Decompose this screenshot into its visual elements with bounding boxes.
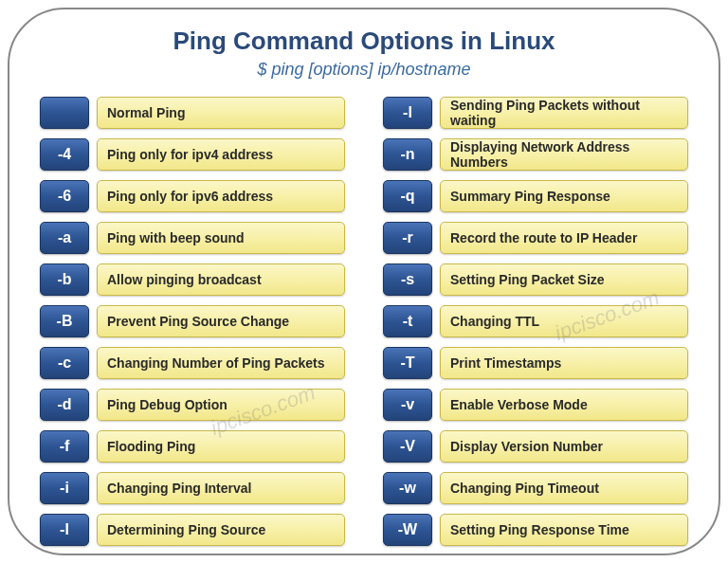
option-flag: -v: [383, 389, 432, 421]
option-row: -TPrint Timestamps: [383, 347, 688, 379]
option-row: -cChanging Number of Ping Packets: [40, 347, 345, 379]
option-row: -4Ping only for ipv4 address: [40, 138, 345, 171]
option-flag: -q: [383, 180, 432, 212]
option-desc: Setting Ping Response Time: [440, 514, 688, 546]
page-subtitle: $ ping [options] ip/hostname: [36, 60, 692, 80]
option-flag: -n: [383, 138, 432, 171]
option-row: -fFlooding Ping: [40, 430, 345, 463]
option-flag: -V: [383, 430, 432, 463]
option-desc: Flooding Ping: [97, 430, 345, 463]
option-row: -VDisplay Version Number: [383, 430, 688, 463]
option-desc: Normal Ping: [97, 97, 345, 129]
option-flag: -I: [40, 514, 89, 546]
option-row: -nDisplaying Network Address Numbers: [383, 138, 688, 171]
option-flag: -W: [383, 514, 432, 546]
option-desc: Displaying Network Address Numbers: [440, 138, 688, 171]
option-flag: -t: [383, 305, 432, 337]
option-flag: -f: [40, 430, 89, 463]
right-column: -lSending Ping Packets without waiting -…: [383, 97, 688, 546]
option-row: -6Ping only for ipv6 address: [40, 180, 345, 212]
option-row: -BPrevent Ping Source Change: [40, 305, 345, 337]
option-flag: -l: [383, 97, 432, 129]
option-desc: Setting Ping Packet Size: [440, 263, 688, 296]
option-row: -lSending Ping Packets without waiting: [383, 97, 688, 129]
reference-card: Ping Command Options in Linux $ ping [op…: [8, 8, 720, 555]
option-desc: Display Version Number: [440, 430, 688, 463]
option-desc: Determining Ping Source: [97, 514, 345, 546]
option-row: -WSetting Ping Response Time: [383, 514, 688, 546]
option-row: -bAllow pinging broadcast: [40, 263, 345, 296]
option-flag: -B: [40, 305, 89, 337]
option-flag: -s: [383, 263, 432, 296]
option-flag: [40, 97, 89, 129]
option-row: Normal Ping: [40, 97, 345, 129]
option-flag: -T: [383, 347, 432, 379]
option-desc: Ping with beep sound: [97, 222, 345, 254]
option-desc: Enable Verbose Mode: [440, 389, 688, 421]
option-desc: Prevent Ping Source Change: [97, 305, 345, 337]
option-row: -sSetting Ping Packet Size: [383, 263, 688, 296]
option-flag: -d: [40, 389, 89, 421]
option-row: -vEnable Verbose Mode: [383, 389, 688, 421]
option-flag: -6: [40, 180, 89, 212]
option-flag: -r: [383, 222, 432, 254]
option-flag: -c: [40, 347, 89, 379]
option-row: -iChanging Ping Interval: [40, 472, 345, 504]
option-row: -rRecord the route to IP Header: [383, 222, 688, 254]
option-flag: -i: [40, 472, 89, 504]
option-row: -IDetermining Ping Source: [40, 514, 345, 546]
option-desc: Changing TTL: [440, 305, 688, 337]
option-desc: Ping only for ipv4 address: [97, 138, 345, 171]
option-desc: Changing Ping Timeout: [440, 472, 688, 504]
option-flag: -4: [40, 138, 89, 171]
option-desc: Sending Ping Packets without waiting: [440, 97, 688, 129]
option-row: -tChanging TTL: [383, 305, 688, 337]
option-row: -wChanging Ping Timeout: [383, 472, 688, 504]
option-desc: Ping only for ipv6 address: [97, 180, 345, 212]
option-desc: Print Timestamps: [440, 347, 688, 379]
option-row: -aPing with beep sound: [40, 222, 345, 254]
option-desc: Record the route to IP Header: [440, 222, 688, 254]
option-flag: -b: [40, 263, 89, 296]
left-column: Normal Ping -4Ping only for ipv4 address…: [40, 97, 345, 546]
page-title: Ping Command Options in Linux: [36, 27, 692, 56]
option-flag: -w: [383, 472, 432, 504]
options-columns: Normal Ping -4Ping only for ipv4 address…: [36, 97, 692, 546]
option-desc: Summary Ping Response: [440, 180, 688, 212]
option-desc: Changing Ping Interval: [97, 472, 345, 504]
option-flag: -a: [40, 222, 89, 254]
option-desc: Allow pinging broadcast: [97, 263, 345, 296]
option-row: -dPing Debug Option: [40, 389, 345, 421]
option-row: -qSummary Ping Response: [383, 180, 688, 212]
option-desc: Ping Debug Option: [97, 389, 345, 421]
option-desc: Changing Number of Ping Packets: [97, 347, 345, 379]
